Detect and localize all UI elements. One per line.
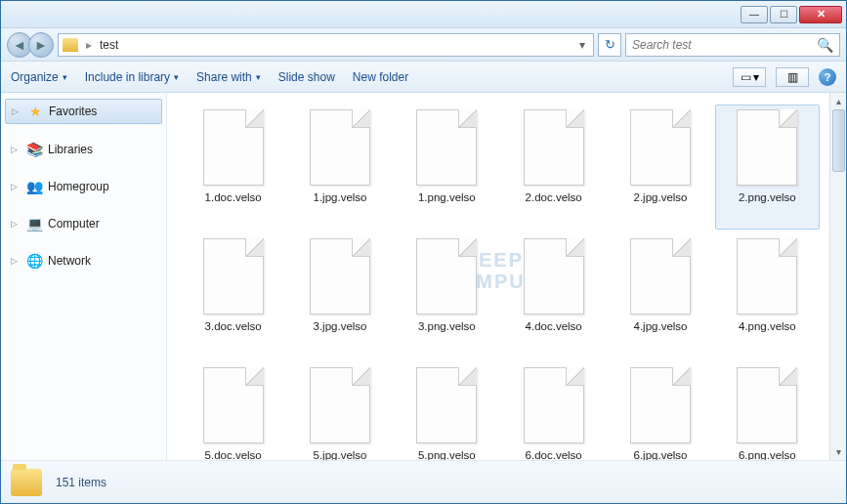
file-item[interactable]: 3.doc.velso <box>181 233 285 358</box>
file-list[interactable]: 1.doc.velso1.jpg.velso1.png.velso2.doc.v… <box>167 93 829 460</box>
forward-button[interactable]: ► <box>28 32 54 58</box>
sidebar-item-homegroup[interactable]: ▷👥Homegroup <box>5 175 162 198</box>
breadcrumb-separator: ▸ <box>86 38 92 52</box>
chevron-down-icon: ▾ <box>256 72 261 82</box>
file-item[interactable]: 5.png.velso <box>395 362 499 460</box>
close-icon: ✕ <box>817 8 826 21</box>
title-bar: — ☐ ✕ <box>1 1 846 28</box>
lib-icon: 📚 <box>26 142 42 157</box>
document-icon <box>630 367 691 443</box>
net-icon: 🌐 <box>26 253 42 269</box>
file-name: 4.doc.velso <box>526 320 582 332</box>
document-icon <box>524 367 584 443</box>
document-icon <box>630 109 691 186</box>
toolbar-right: ▭▾ ▥ ? <box>733 67 836 87</box>
close-button[interactable]: ✕ <box>799 6 842 23</box>
new-folder-button[interactable]: New folder <box>353 70 408 84</box>
scroll-thumb[interactable] <box>832 109 845 172</box>
file-name: 2.doc.velso <box>526 191 582 203</box>
scroll-up-button[interactable]: ▴ <box>830 93 846 109</box>
item-count: 151 items <box>56 476 106 489</box>
file-name: 2.jpg.velso <box>634 191 688 203</box>
maximize-button[interactable]: ☐ <box>770 6 797 23</box>
breadcrumb-current[interactable]: test <box>100 38 118 52</box>
refresh-button[interactable]: ↻ <box>598 33 621 57</box>
document-icon <box>630 238 691 315</box>
file-item[interactable]: 2.png.velso <box>715 105 820 230</box>
document-icon <box>310 238 370 315</box>
star-icon: ★ <box>27 104 43 119</box>
hg-icon: 👥 <box>26 179 42 194</box>
file-item[interactable]: 2.jpg.velso <box>608 105 712 230</box>
share-label: Share with <box>196 70 252 84</box>
organize-menu[interactable]: Organize▾ <box>11 70 67 84</box>
file-item[interactable]: 6.png.velso <box>715 362 820 460</box>
document-icon <box>737 109 797 186</box>
scroll-track[interactable] <box>830 172 846 443</box>
command-toolbar: Organize▾ Include in library▾ Share with… <box>1 62 846 93</box>
file-item[interactable]: 3.jpg.velso <box>287 233 392 358</box>
search-input[interactable] <box>632 38 817 52</box>
file-name: 5.png.velso <box>418 449 476 460</box>
expand-icon[interactable]: ▷ <box>11 219 21 229</box>
file-name: 6.jpg.velso <box>634 449 688 460</box>
vertical-scrollbar[interactable]: ▴ ▾ <box>829 93 846 460</box>
file-item[interactable]: 4.png.velso <box>715 233 820 358</box>
view-mode-button[interactable]: ▭▾ <box>733 67 766 87</box>
sidebar-item-libraries[interactable]: ▷📚Libraries <box>5 138 162 161</box>
minimize-button[interactable]: — <box>741 6 768 23</box>
content-region: BLEEPING COMPUTER 1.doc.velso1.jpg.velso… <box>167 93 846 460</box>
search-box[interactable]: 🔍 <box>625 33 840 57</box>
file-item[interactable]: 1.doc.velso <box>181 105 285 230</box>
file-item[interactable]: 1.jpg.velso <box>287 105 392 230</box>
include-in-library-menu[interactable]: Include in library▾ <box>85 70 179 84</box>
expand-icon[interactable]: ▷ <box>11 256 21 266</box>
body-region: ▷★Favorites▷📚Libraries▷👥Homegroup▷💻Compu… <box>1 93 846 460</box>
file-name: 4.png.velso <box>739 320 796 332</box>
preview-pane-button[interactable]: ▥ <box>776 67 809 87</box>
file-item[interactable]: 5.doc.velso <box>181 362 285 460</box>
document-icon <box>203 367 264 443</box>
file-item[interactable]: 5.jpg.velso <box>287 362 392 460</box>
organize-label: Organize <box>11 70 59 84</box>
slideshow-label: Slide show <box>278 70 335 84</box>
file-name: 1.doc.velso <box>205 191 262 203</box>
document-icon <box>416 367 477 443</box>
file-item[interactable]: 6.doc.velso <box>501 362 606 460</box>
file-item[interactable]: 4.doc.velso <box>501 233 606 358</box>
slideshow-button[interactable]: Slide show <box>278 70 335 84</box>
chevron-down-icon: ▾ <box>63 72 67 82</box>
address-bar[interactable]: ▸ test ▾ <box>58 33 594 57</box>
nav-buttons: ◄ ► <box>7 32 54 58</box>
sidebar-item-favorites[interactable]: ▷★Favorites <box>5 99 162 124</box>
share-with-menu[interactable]: Share with▾ <box>196 70 261 84</box>
help-button[interactable]: ? <box>819 68 836 86</box>
file-item[interactable]: 3.png.velso <box>395 233 499 358</box>
view-icon: ▭ <box>741 70 751 84</box>
address-dropdown[interactable]: ▾ <box>575 38 589 52</box>
sidebar-item-label: Libraries <box>48 143 93 156</box>
file-item[interactable]: 4.jpg.velso <box>608 233 712 358</box>
chevron-down-icon: ▾ <box>174 72 179 82</box>
file-name: 3.png.velso <box>418 320 476 332</box>
file-item[interactable]: 1.png.velso <box>395 105 499 230</box>
expand-icon[interactable]: ▷ <box>11 145 21 154</box>
sidebar-item-network[interactable]: ▷🌐Network <box>5 249 162 273</box>
expand-icon[interactable]: ▷ <box>11 182 21 191</box>
file-name: 1.png.velso <box>418 191 476 203</box>
help-icon: ? <box>825 71 831 83</box>
back-icon: ◄ <box>13 37 26 53</box>
include-label: Include in library <box>85 70 170 84</box>
sidebar-item-label: Network <box>48 254 91 268</box>
minimize-icon: — <box>749 9 759 20</box>
file-name: 2.png.velso <box>739 191 796 203</box>
file-item[interactable]: 6.jpg.velso <box>608 362 712 460</box>
file-name: 3.doc.velso <box>205 320 262 332</box>
file-name: 3.jpg.velso <box>314 320 367 332</box>
sidebar-item-label: Favorites <box>49 105 97 118</box>
sidebar-item-label: Computer <box>48 217 100 231</box>
scroll-down-button[interactable]: ▾ <box>830 443 846 460</box>
file-item[interactable]: 2.doc.velso <box>501 105 606 230</box>
expand-icon[interactable]: ▷ <box>12 106 21 116</box>
sidebar-item-computer[interactable]: ▷💻Computer <box>5 212 162 235</box>
